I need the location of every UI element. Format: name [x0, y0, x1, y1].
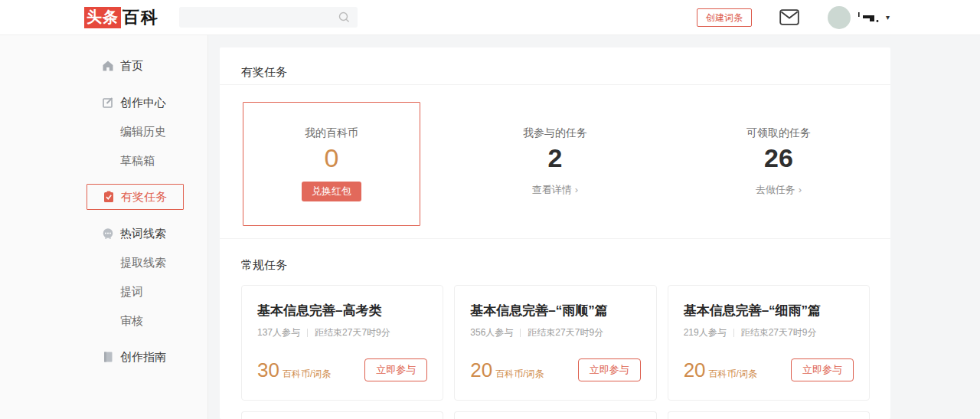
task-card: 基本信息完善–高考类 137人参与 距结束27天7时9分 30 百科币/词条 立… [241, 285, 443, 401]
participants-count: 356人参与 [470, 326, 513, 339]
stat-joined-tasks: 我参与的任务 2 查看详情› [443, 85, 667, 238]
create-entry-button[interactable]: 创建词条 [697, 8, 752, 27]
reward-unit: 百科币/词条 [709, 368, 757, 381]
deadline-countdown: 距结束27天7时9分 [315, 326, 390, 339]
guide-book-icon [102, 351, 114, 363]
deadline-countdown: 距结束27天7时9分 [528, 326, 603, 339]
stat-label: 我参与的任务 [443, 125, 667, 140]
task-cards-row: 基本信息完善–高考类 137人参与 距结束27天7时9分 30 百科币/词条 立… [241, 285, 870, 401]
task-card-meta: 137人参与 距结束27天7时9分 [257, 326, 427, 339]
sidebar-item-label: 提取线索 [120, 256, 166, 270]
sidebar-item-extract-clues[interactable]: 提取线索 [87, 250, 207, 276]
sidebar-item-prompt-words[interactable]: 提词 [87, 279, 207, 305]
user-avatar[interactable] [828, 6, 851, 29]
main-panel: 有奖任务 我的百科币 0 兑换红包 我参与的任务 2 查看详情› 可领取的任务 … [220, 47, 890, 419]
search-icon[interactable] [338, 11, 350, 26]
reward-unit: 百科币/词条 [495, 368, 544, 381]
stat-my-coins: 我的百科币 0 兑换红包 [220, 85, 443, 238]
task-card-title: 基本信息完善–“细雨”篇 [684, 303, 854, 319]
go-do-tasks-link[interactable]: 去做任务› [756, 183, 802, 197]
username-glyph[interactable] [858, 11, 880, 24]
stat-label: 可领取的任务 [667, 125, 890, 140]
joined-task-count: 2 [443, 143, 667, 172]
view-details-link[interactable]: 查看详情› [532, 183, 578, 197]
chevron-right-icon: › [575, 184, 578, 195]
sidebar-item-hot-words[interactable]: 热词线索 [87, 221, 207, 247]
reward-value: 30 [257, 359, 279, 381]
home-icon [102, 60, 114, 72]
edit-doc-icon [102, 97, 114, 109]
clipboard-check-icon [103, 191, 115, 203]
participants-count: 137人参与 [257, 326, 300, 339]
stat-label: 我的百科币 [243, 125, 420, 140]
chevron-right-icon: › [799, 184, 802, 195]
sidebar-item-creation-center[interactable]: 创作中心 [87, 90, 207, 116]
meta-divider [307, 329, 308, 337]
sidebar-item-label: 创作指南 [120, 350, 166, 365]
sidebar-item-label: 有奖任务 [121, 190, 167, 205]
join-now-button[interactable]: 立即参与 [791, 358, 854, 381]
task-card [241, 411, 443, 419]
sidebar-item-label: 首页 [120, 59, 143, 74]
reward-value: 20 [684, 359, 706, 381]
meta-divider [520, 329, 521, 337]
task-card-title: 基本信息完善–高考类 [257, 303, 427, 319]
sidebar: 首页 创作中心 编辑历史 草稿箱 [0, 35, 208, 419]
sidebar-item-drafts[interactable]: 草稿箱 [87, 148, 207, 174]
available-task-count: 26 [667, 143, 890, 172]
task-card-meta: 356人参与 距结束27天7时9分 [470, 326, 640, 339]
reward-amount: 20 百科币/词条 [470, 359, 544, 381]
task-card-meta: 219人参与 距结束27天7时9分 [684, 326, 854, 339]
sidebar-item-label: 创作中心 [120, 96, 166, 110]
task-card [454, 411, 656, 419]
reward-unit: 百科币/词条 [283, 368, 331, 381]
stats-row: 我的百科币 0 兑换红包 我参与的任务 2 查看详情› 可领取的任务 26 去做… [220, 85, 890, 239]
task-card [668, 411, 870, 419]
participants-count: 219人参与 [684, 326, 727, 339]
task-card-title: 基本信息完善–“雨顺”篇 [470, 303, 640, 319]
hot-words-icon [102, 228, 114, 240]
logo-text: 百科 [122, 6, 159, 29]
reward-amount: 20 百科币/词条 [684, 359, 757, 381]
sidebar-item-creation-guide[interactable]: 创作指南 [87, 344, 207, 370]
deadline-countdown: 距结束27天7时9分 [741, 326, 817, 339]
meta-divider [733, 329, 734, 337]
sidebar-item-label: 提词 [120, 285, 143, 300]
sidebar-item-label: 热词线索 [120, 227, 166, 241]
sidebar-item-review[interactable]: 审核 [87, 308, 207, 334]
search-box[interactable] [179, 7, 358, 28]
join-now-button[interactable]: 立即参与 [364, 358, 427, 381]
stat-available-tasks: 可领取的任务 26 去做任务› [667, 85, 890, 238]
sidebar-item-edit-history[interactable]: 编辑历史 [87, 119, 207, 145]
logo-red-block: 头条 [84, 7, 121, 28]
messages-icon[interactable] [779, 9, 799, 25]
sidebar-item-label: 编辑历史 [120, 125, 166, 139]
join-now-button[interactable]: 立即参与 [578, 358, 641, 381]
reward-amount: 30 百科币/词条 [257, 359, 331, 381]
site-logo[interactable]: 头条 百科 [84, 6, 159, 29]
coin-count: 0 [243, 143, 420, 172]
sidebar-item-home[interactable]: 首页 [87, 53, 207, 79]
coin-box: 我的百科币 0 兑换红包 [243, 102, 420, 226]
search-input[interactable] [179, 11, 332, 23]
reward-value: 20 [470, 359, 492, 381]
rewards-section-title: 有奖任务 [220, 47, 890, 85]
next-task-cards-row [241, 411, 870, 419]
user-dropdown-caret[interactable]: ▾ [886, 13, 890, 21]
top-header: 头条 百科 创建词条 ▾ [0, 0, 980, 35]
sidebar-item-label: 草稿箱 [120, 154, 155, 169]
task-card: 基本信息完善–“雨顺”篇 356人参与 距结束27天7时9分 20 百科币/词条… [454, 285, 656, 401]
regular-tasks-title: 常规任务 [220, 239, 890, 272]
redeem-red-packet-button[interactable]: 兑换红包 [302, 182, 361, 201]
task-card: 基本信息完善–“细雨”篇 219人参与 距结束27天7时9分 20 百科币/词条… [668, 285, 870, 401]
sidebar-item-label: 审核 [120, 314, 143, 329]
sidebar-item-reward-tasks[interactable]: 有奖任务 [87, 184, 184, 210]
